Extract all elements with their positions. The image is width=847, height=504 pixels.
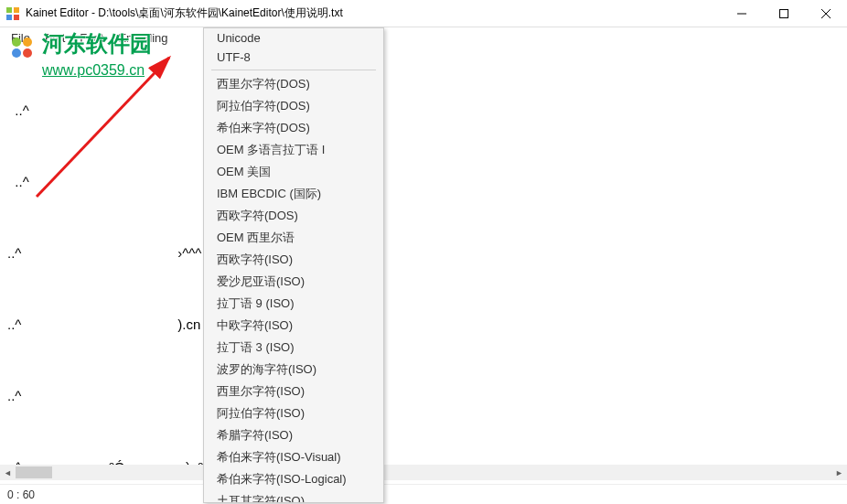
app-icon [5, 6, 20, 21]
encoding-option[interactable]: 土耳其字符(ISO) [204, 490, 383, 503]
encoding-option[interactable]: IBM EBCDIC (国际) [204, 183, 383, 205]
text-content[interactable]: ..^ ..^ ..^ ›^^^ ^^^ ^^^ ^^^ ^^^ ..^ ..^… [0, 48, 847, 484]
window-title: Kainet Editor - D:\tools\桌面\河东软件园\Kainet… [26, 5, 343, 21]
encoding-option[interactable]: 希伯来字符(ISO-Logical) [204, 468, 383, 490]
menu-edit[interactable]: Edit [38, 29, 72, 47]
encoding-option[interactable]: 拉丁语 9 (ISO) [204, 293, 383, 315]
horizontal-scrollbar[interactable]: ◄ ► [0, 465, 847, 480]
encoding-option[interactable]: 希伯来字符(DOS) [204, 117, 383, 139]
encoding-option[interactable]: 阿拉伯字符(ISO) [204, 402, 383, 424]
encoding-option[interactable]: 西里尔字符(ISO) [204, 381, 383, 402]
scroll-right-button[interactable]: ► [831, 465, 847, 480]
menu-font[interactable]: Font [72, 29, 111, 47]
close-button[interactable] [805, 0, 847, 27]
menu-separator [211, 70, 376, 70]
scroll-track[interactable] [16, 465, 831, 480]
encoding-option[interactable]: 爱沙尼亚语(ISO) [204, 271, 383, 293]
maximize-button[interactable] [763, 0, 805, 27]
encoding-option[interactable]: 拉丁语 3 (ISO) [204, 337, 383, 359]
scroll-thumb[interactable] [16, 466, 52, 478]
minimize-button[interactable] [721, 0, 763, 27]
encoding-option[interactable]: 希腊字符(ISO) [204, 424, 383, 446]
svg-rect-2 [6, 15, 12, 20]
svg-rect-5 [780, 9, 788, 17]
encoding-option[interactable]: 西欧字符(DOS) [204, 205, 383, 227]
svg-rect-1 [14, 7, 19, 13]
encoding-option[interactable]: OEM 美国 [204, 161, 383, 183]
editor-area[interactable]: ..^ ..^ ..^ ›^^^ ^^^ ^^^ ^^^ ^^^ ..^ ..^… [0, 48, 847, 484]
encoding-option[interactable]: OEM 西里尔语 [204, 227, 383, 249]
scroll-left-button[interactable]: ◄ [0, 465, 16, 480]
encoding-option[interactable]: UTF-8 [204, 48, 383, 67]
menubar: File Edit Font Encoding [0, 27, 847, 48]
text-line: ..^ [7, 170, 840, 194]
text-line: ..^ ..^ [7, 384, 840, 408]
cursor-position: 0 : 60 [7, 488, 35, 501]
encoding-dropdown: Unicode UTF-8 西里尔字符(DOS) 阿拉伯字符(DOS) 希伯来字… [203, 27, 384, 503]
encoding-option[interactable]: 西里尔字符(DOS) [204, 73, 383, 95]
encoding-option[interactable]: 西欧字符(ISO) [204, 249, 383, 271]
menu-file[interactable]: File [4, 29, 38, 47]
text-line: ..^ [7, 99, 840, 123]
svg-rect-0 [6, 7, 12, 13]
encoding-option[interactable]: Unicode [204, 28, 383, 48]
encoding-option[interactable]: 中欧字符(ISO) [204, 315, 383, 337]
text-line: ..^ ›^^^ ^^^ ^^^ ^^^ ^^^ ..^ [7, 241, 840, 265]
encoding-option[interactable]: 希伯来字符(ISO-Visual) [204, 446, 383, 468]
text-line: ..^ ).cn [7, 313, 840, 337]
menu-encoding[interactable]: Encoding [111, 29, 175, 47]
statusbar: 0 : 60 [0, 484, 847, 504]
encoding-option[interactable]: OEM 多语言拉丁语 I [204, 139, 383, 161]
titlebar: Kainet Editor - D:\tools\桌面\河东软件园\Kainet… [0, 0, 847, 27]
encoding-option[interactable]: 阿拉伯字符(DOS) [204, 95, 383, 117]
svg-rect-3 [14, 15, 19, 20]
encoding-option[interactable]: 波罗的海字符(ISO) [204, 359, 383, 381]
